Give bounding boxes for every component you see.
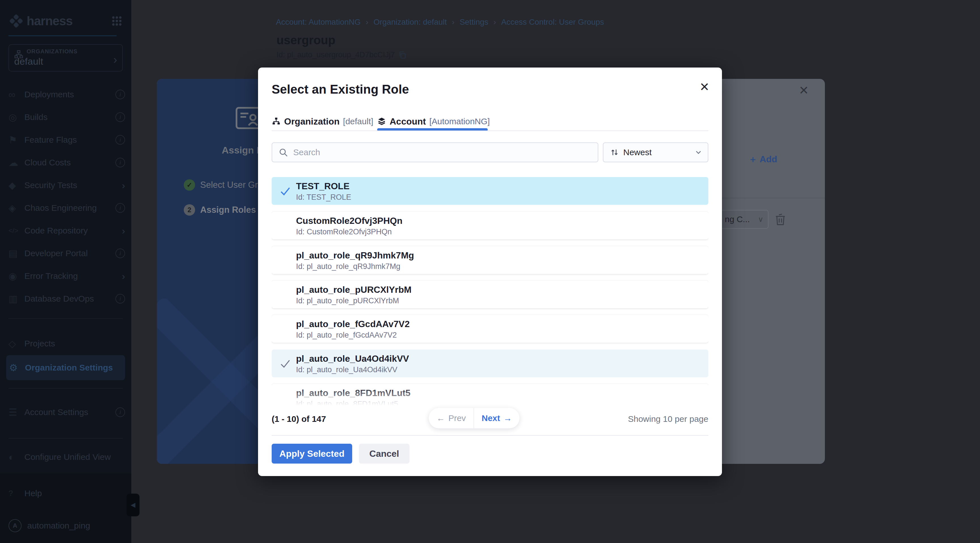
chevron-right-icon: › — [122, 226, 125, 236]
breadcrumb-separator: › — [452, 18, 455, 27]
breadcrumb-user-groups[interactable]: Access Control: User Groups — [501, 18, 604, 27]
next-page-button[interactable]: Next→ — [474, 408, 520, 428]
app-grid-icon[interactable] — [111, 15, 123, 27]
harness-logo-icon — [8, 13, 24, 29]
modal-title: Select an Existing Role — [272, 82, 409, 96]
apply-selected-button[interactable]: Apply Selected — [272, 444, 352, 463]
sidebar-item-user[interactable]: Aautomation_ping — [8, 516, 125, 535]
check-icon — [279, 357, 291, 370]
breadcrumb-separator: › — [493, 18, 496, 27]
divider — [8, 318, 123, 319]
sort-arrows-icon — [610, 148, 619, 157]
divider — [272, 131, 708, 131]
sidebar-item-projects[interactable]: ◇Projects — [8, 334, 125, 353]
layers-icon — [377, 117, 386, 126]
org-selector-label: ORGANIZATIONS — [27, 48, 117, 55]
info-icon[interactable]: i — [115, 135, 125, 145]
sort-select[interactable]: Newest — [603, 142, 708, 162]
sidebar-item-developer-portal[interactable]: ▤Developer Portali — [8, 244, 125, 263]
sidebar-item-account-settings[interactable]: ☰Account Settingsi — [8, 403, 125, 422]
info-icon[interactable]: i — [115, 408, 125, 417]
database-devops-icon: ▥ — [8, 293, 24, 304]
org-selector[interactable]: ORGANIZATIONS default › — [8, 44, 123, 72]
breadcrumb-account[interactable]: Account: AutomationNG — [276, 18, 361, 27]
chevron-down-icon — [694, 148, 703, 157]
arrow-left-icon: ← — [436, 413, 445, 423]
role-list-item[interactable]: TEST_ROLE Id: TEST_ROLE — [272, 177, 708, 205]
role-list-item[interactable]: pl_auto_role_fGcdAAv7V2 Id: pl_auto_role… — [272, 315, 708, 343]
divider — [8, 35, 116, 36]
cancel-button[interactable]: Cancel — [359, 444, 409, 463]
step-complete-icon: ✓ — [184, 179, 195, 191]
resource-group-value: ng C... — [725, 215, 750, 224]
check-icon — [279, 185, 291, 197]
wizard-heading: Assign R — [222, 145, 263, 156]
wizard-step-2: 2 Assign Roles an — [184, 204, 269, 216]
sidebar-item-cloud-costs[interactable]: ☁Cloud Costsi — [8, 153, 125, 172]
sort-value: Newest — [623, 148, 652, 157]
developer-portal-icon: ▤ — [8, 248, 24, 259]
breadcrumb-settings[interactable]: Settings — [460, 18, 488, 27]
sidebar-item-builds[interactable]: ◎Buildsi — [8, 108, 125, 127]
pagination-range: (1 - 10) of 147 — [272, 414, 326, 424]
sidebar-item-organization-settings[interactable]: ⚙Organization Settings — [6, 355, 125, 380]
info-icon[interactable]: i — [115, 112, 125, 122]
breadcrumb-separator: › — [366, 18, 368, 27]
cloud-costs-icon: ☁ — [8, 157, 24, 168]
arrow-right-icon: → — [504, 413, 512, 423]
search-icon — [278, 148, 288, 157]
chevron-right-icon: › — [113, 53, 117, 66]
per-page-label: Showing 10 per page — [628, 414, 708, 424]
sidebar-item-configure-unified-view[interactable]: ◐Configure Unified View — [8, 447, 125, 467]
divider — [722, 198, 825, 198]
search-box — [272, 142, 598, 162]
chevron-right-icon: › — [122, 271, 125, 281]
org-hierarchy-icon — [272, 117, 281, 126]
copy-icon[interactable] — [398, 51, 407, 59]
entity-id: Id: pl_auto_usergroup_4D7bcCIJj7 — [277, 51, 407, 59]
info-icon[interactable]: i — [115, 158, 125, 167]
sidebar-item-deployments[interactable]: ∞Deploymentsi — [8, 85, 125, 104]
tab-organization[interactable]: Organization [default] — [272, 116, 373, 127]
role-list: TEST_ROLE Id: TEST_ROLE CustomRole2Ofvj3… — [272, 173, 708, 405]
close-icon[interactable]: ✕ — [700, 81, 710, 93]
select-role-modal: Select an Existing Role ✕ Organization [… — [258, 67, 722, 476]
sidebar-item-chaos-engineering[interactable]: ◈Chaos Engineeringi — [8, 199, 125, 217]
builds-icon: ◎ — [8, 111, 24, 123]
role-list-item[interactable]: pl_auto_role_Ua4Od4ikVV Id: pl_auto_role… — [272, 350, 708, 377]
logo-row: harness — [8, 12, 123, 30]
close-icon[interactable]: ✕ — [799, 83, 809, 97]
divider — [272, 435, 708, 436]
role-list-item[interactable]: pl_auto_role_pURCXlYrbM Id: pl_auto_role… — [272, 280, 708, 308]
delete-row-icon[interactable] — [774, 212, 787, 226]
chevron-down-icon: ∨ — [758, 215, 764, 224]
add-role-button[interactable]: ＋ Add — [748, 153, 777, 166]
tab-account[interactable]: Account [AutomationNG] — [377, 113, 490, 129]
breadcrumb-organization[interactable]: Organization: default — [374, 18, 447, 27]
error-tracking-icon: ◉ — [8, 271, 24, 282]
gear-icon: ⚙ — [9, 362, 25, 373]
info-icon[interactable]: i — [115, 248, 125, 258]
projects-icon: ◇ — [8, 338, 24, 349]
info-icon[interactable]: i — [115, 90, 125, 99]
breadcrumb: Account: AutomationNG › Organization: de… — [276, 18, 604, 27]
info-icon[interactable]: i — [115, 294, 125, 304]
sidebar-item-code-repository[interactable]: </>Code Repository› — [8, 221, 125, 240]
deployments-icon: ∞ — [8, 89, 24, 100]
sidebar-collapse-handle[interactable]: ◀ — [126, 494, 140, 516]
role-list-item[interactable]: pl_auto_role_qR9Jhmk7Mg Id: pl_auto_role… — [272, 246, 708, 274]
sidebar-item-database-devops[interactable]: ▥Database DevOpsi — [8, 289, 125, 308]
chevron-right-icon: › — [122, 180, 125, 190]
sidebar-item-error-tracking[interactable]: ◉Error Tracking› — [8, 267, 125, 285]
search-input[interactable] — [293, 148, 574, 157]
sidebar-item-security-tests[interactable]: ◆Security Tests› — [8, 176, 125, 194]
configure-unified-view-icon: ◐ — [8, 452, 24, 463]
info-icon[interactable]: i — [115, 203, 125, 213]
scope-tabs: Organization [default] Account [Automati… — [272, 113, 373, 129]
sidebar-item-help[interactable]: ?Help — [8, 484, 125, 503]
prev-page-button[interactable]: ←Prev — [429, 408, 474, 428]
sidebar-item-feature-flags[interactable]: ⚑Feature Flagsi — [8, 131, 125, 149]
role-list-item[interactable]: CustomRole2Ofvj3PHQn Id: CustomRole2Ofvj… — [272, 212, 708, 239]
org-hierarchy-icon — [14, 49, 24, 60]
list-fade-overlay — [272, 387, 708, 405]
